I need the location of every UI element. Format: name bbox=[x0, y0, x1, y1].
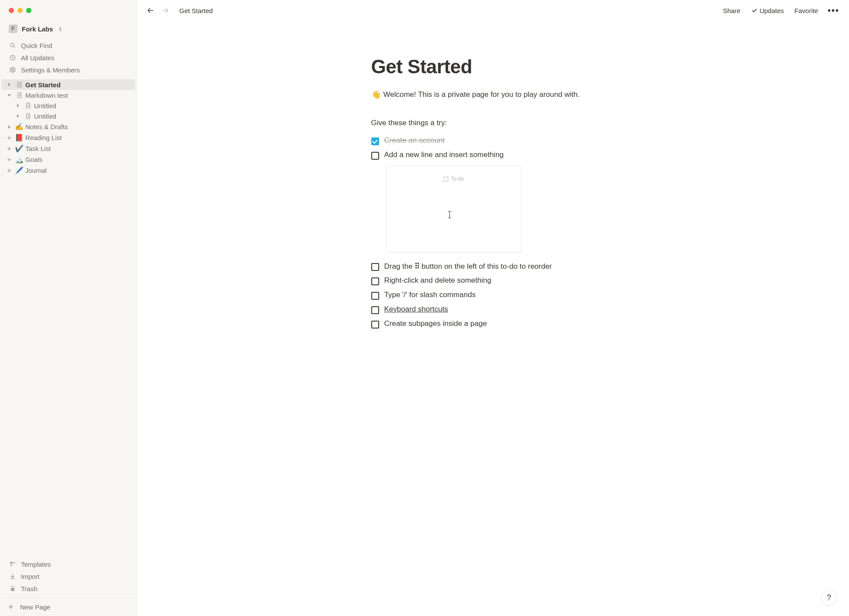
page-icon bbox=[15, 92, 24, 99]
quick-find-label: Quick Find bbox=[21, 42, 52, 49]
todo-item[interactable]: Keyboard shortcuts bbox=[371, 302, 630, 317]
favorite-button[interactable]: Favorite bbox=[791, 5, 822, 16]
page-icon: 📕 bbox=[15, 133, 24, 142]
new-page-label: New Page bbox=[20, 603, 50, 611]
sidebar-utility: Templates Import Trash bbox=[0, 552, 137, 597]
todo-checkbox[interactable] bbox=[371, 137, 379, 145]
nav-forward-button[interactable] bbox=[159, 4, 171, 17]
updates-button[interactable]: Updates bbox=[747, 5, 787, 16]
workspace-switcher[interactable]: F Fork Labs ▴▾ bbox=[0, 21, 137, 37]
svg-marker-7 bbox=[7, 94, 11, 96]
embed-preview-box[interactable]: To-do bbox=[386, 166, 521, 253]
sidebar-page-item[interactable]: ✍️Notes & Drafts bbox=[2, 121, 135, 132]
todo-checkbox[interactable] bbox=[371, 292, 379, 300]
add-page-icon[interactable] bbox=[5, 145, 13, 153]
todo-text[interactable]: Create subpages inside a page bbox=[384, 319, 487, 328]
sidebar-nav: Quick Find All Updates Settings & Member… bbox=[0, 37, 137, 79]
embed-todo-label: To-do bbox=[451, 176, 464, 182]
help-button[interactable]: ? bbox=[821, 590, 837, 606]
trash-label: Trash bbox=[21, 585, 38, 592]
page-content-scroll[interactable]: Get Started 👋 Welcome! This is a private… bbox=[137, 21, 849, 616]
welcome-text[interactable]: 👋 Welcome! This is a private page for yo… bbox=[371, 90, 630, 99]
page-icon: 🖊️ bbox=[15, 166, 24, 175]
todo-item[interactable]: Type '/' for slash commands bbox=[371, 288, 630, 302]
sidebar-page-item[interactable]: ✔️Task List bbox=[2, 143, 135, 154]
todo-item[interactable]: Right-click and delete something bbox=[371, 274, 630, 288]
svg-marker-4 bbox=[8, 83, 10, 86]
clock-icon bbox=[9, 54, 17, 62]
todo-item[interactable]: Create subpages inside a page bbox=[371, 317, 630, 331]
import-button[interactable]: Import bbox=[3, 570, 134, 582]
svg-point-30 bbox=[11, 587, 14, 588]
svg-marker-13 bbox=[17, 114, 19, 118]
templates-button[interactable]: Templates bbox=[3, 558, 134, 570]
close-window-button[interactable] bbox=[9, 8, 14, 13]
check-icon bbox=[751, 7, 758, 14]
window-controls bbox=[0, 0, 137, 19]
sidebar-page-item[interactable]: 🏔️Goals bbox=[2, 154, 135, 165]
todo-link[interactable]: Keyboard shortcuts bbox=[384, 305, 448, 313]
todo-text[interactable]: Right-click and delete something bbox=[384, 276, 492, 285]
more-menu-button[interactable]: ••• bbox=[825, 6, 842, 16]
trash-icon bbox=[9, 585, 17, 592]
page-icon bbox=[15, 81, 24, 88]
templates-label: Templates bbox=[21, 561, 51, 568]
svg-marker-16 bbox=[8, 125, 10, 129]
page-icon bbox=[24, 113, 32, 120]
add-page-icon[interactable] bbox=[5, 156, 13, 164]
checkbox-icon bbox=[443, 177, 448, 181]
todo-item[interactable]: Drag the ⠿ button on the left of this to… bbox=[371, 259, 630, 274]
page-tree: Get StartedMarkdown testUntitledUntitled… bbox=[0, 79, 137, 552]
wave-emoji: 👋 bbox=[371, 90, 381, 99]
todo-text[interactable]: Add a new line and insert something bbox=[384, 151, 504, 159]
trash-button[interactable]: Trash bbox=[3, 582, 134, 595]
expand-icon[interactable] bbox=[14, 102, 22, 110]
workspace-name: Fork Labs bbox=[22, 25, 53, 33]
todo-item[interactable]: Create an account bbox=[371, 133, 630, 148]
page-icon bbox=[24, 102, 32, 109]
todo-checkbox[interactable] bbox=[371, 321, 379, 329]
updates-label: Updates bbox=[760, 7, 784, 14]
expand-icon[interactable] bbox=[5, 123, 13, 131]
maximize-window-button[interactable] bbox=[26, 8, 31, 13]
welcome-text-content: Welcome! This is a private page for you … bbox=[383, 90, 580, 99]
todo-checkbox[interactable] bbox=[371, 152, 379, 160]
add-page-icon[interactable] bbox=[5, 167, 13, 175]
templates-icon bbox=[9, 560, 17, 568]
share-button[interactable]: Share bbox=[719, 5, 744, 16]
page-title[interactable]: Get Started bbox=[371, 56, 630, 78]
nav-back-button[interactable] bbox=[144, 4, 157, 17]
page-icon: ✔️ bbox=[15, 144, 24, 153]
collapse-icon[interactable] bbox=[5, 91, 13, 99]
todo-text[interactable]: Keyboard shortcuts bbox=[384, 305, 448, 314]
sidebar-page-item[interactable]: Untitled bbox=[2, 111, 135, 121]
todo-text[interactable]: Drag the ⠿ button on the left of this to… bbox=[384, 262, 552, 271]
breadcrumb[interactable]: Get Started bbox=[177, 5, 216, 16]
sidebar-page-item[interactable]: Markdown test bbox=[2, 90, 135, 100]
sidebar-page-item[interactable]: Untitled bbox=[2, 100, 135, 111]
sidebar-page-item[interactable]: 📕Reading List bbox=[2, 132, 135, 143]
page-label: Goals bbox=[25, 156, 42, 163]
all-updates-button[interactable]: All Updates bbox=[3, 51, 134, 64]
minimize-window-button[interactable] bbox=[17, 8, 23, 13]
new-page-button[interactable]: New Page bbox=[0, 597, 137, 616]
expand-icon[interactable] bbox=[5, 81, 13, 89]
page-label: Get Started bbox=[25, 81, 61, 89]
todo-text[interactable]: Type '/' for slash commands bbox=[384, 291, 476, 299]
try-heading[interactable]: Give these things a try: bbox=[371, 119, 630, 127]
todo-checkbox[interactable] bbox=[371, 263, 379, 271]
quick-find-button[interactable]: Quick Find bbox=[3, 39, 134, 51]
sidebar-page-item[interactable]: Get Started bbox=[2, 79, 135, 90]
todo-checkbox[interactable] bbox=[371, 306, 379, 314]
sidebar-page-item[interactable]: 🖊️Journal bbox=[2, 165, 135, 176]
todo-text[interactable]: Create an account bbox=[384, 136, 445, 145]
expand-icon[interactable] bbox=[14, 112, 22, 120]
todo-item[interactable]: Add a new line and insert something bbox=[371, 148, 630, 162]
page-label: Untitled bbox=[34, 113, 56, 120]
add-page-icon[interactable] bbox=[5, 134, 13, 142]
topbar: Get Started Share Updates Favorite ••• bbox=[137, 0, 849, 21]
page-icon: 🏔️ bbox=[15, 155, 24, 164]
import-icon bbox=[9, 572, 17, 580]
settings-button[interactable]: Settings & Members bbox=[3, 64, 134, 76]
todo-checkbox[interactable] bbox=[371, 277, 379, 285]
